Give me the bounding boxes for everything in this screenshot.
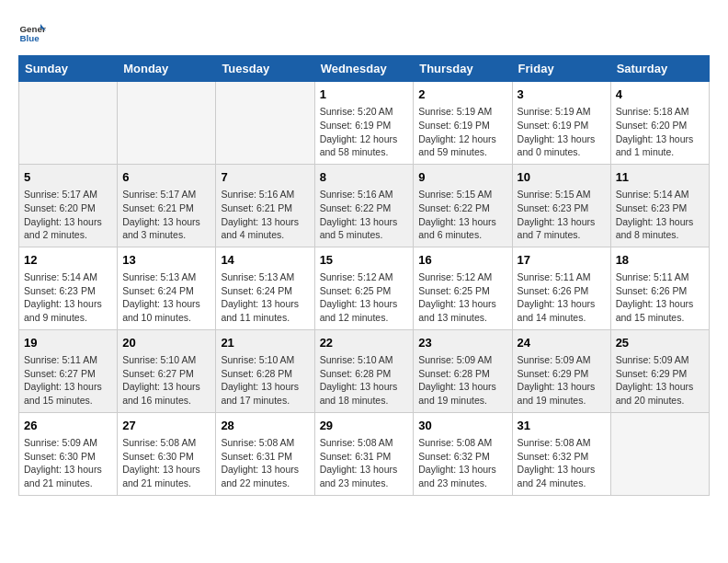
calendar-cell: 18Sunrise: 5:11 AMSunset: 6:26 PMDayligh… [610, 247, 709, 329]
day-number: 29 [320, 418, 409, 434]
day-number: 6 [122, 169, 210, 186]
page-header: General Blue [18, 18, 710, 46]
day-number: 9 [418, 169, 506, 186]
weekday-header-row: SundayMondayTuesdayWednesdayThursdayFrid… [19, 56, 710, 82]
day-info: Sunrise: 5:14 AMSunset: 6:23 PMDaylight:… [24, 270, 112, 325]
calendar-cell: 10Sunrise: 5:15 AMSunset: 6:23 PMDayligh… [512, 164, 610, 247]
day-info: Sunrise: 5:19 AMSunset: 6:19 PMDaylight:… [418, 105, 506, 159]
day-info: Sunrise: 5:14 AMSunset: 6:23 PMDaylight:… [616, 188, 704, 242]
day-info: Sunrise: 5:17 AMSunset: 6:21 PMDaylight:… [122, 188, 210, 242]
day-number: 31 [518, 418, 606, 434]
calendar-cell: 1Sunrise: 5:20 AMSunset: 6:19 PMDaylight… [314, 82, 414, 165]
day-number: 8 [320, 169, 409, 186]
day-number: 2 [418, 86, 506, 103]
day-number: 10 [518, 169, 606, 186]
day-info: Sunrise: 5:16 AMSunset: 6:22 PMDaylight:… [320, 188, 409, 242]
calendar-week-row: 5Sunrise: 5:17 AMSunset: 6:20 PMDaylight… [19, 164, 710, 247]
calendar-cell [19, 82, 118, 165]
day-info: Sunrise: 5:10 AMSunset: 6:28 PMDaylight:… [320, 353, 409, 408]
day-number: 18 [616, 252, 704, 269]
day-info: Sunrise: 5:17 AMSunset: 6:20 PMDaylight:… [24, 188, 112, 242]
day-info: Sunrise: 5:15 AMSunset: 6:22 PMDaylight:… [418, 188, 506, 242]
day-info: Sunrise: 5:11 AMSunset: 6:27 PMDaylight:… [24, 353, 112, 408]
day-info: Sunrise: 5:10 AMSunset: 6:28 PMDaylight:… [221, 353, 309, 408]
weekday-header-friday: Friday [512, 56, 610, 82]
calendar-cell [216, 82, 314, 165]
calendar-cell: 2Sunrise: 5:19 AMSunset: 6:19 PMDaylight… [414, 82, 512, 165]
day-info: Sunrise: 5:09 AMSunset: 6:30 PMDaylight:… [24, 436, 112, 490]
day-number: 25 [616, 335, 704, 351]
calendar-cell [610, 412, 709, 495]
day-info: Sunrise: 5:18 AMSunset: 6:20 PMDaylight:… [616, 105, 704, 159]
day-number: 1 [320, 86, 409, 103]
day-number: 30 [418, 418, 506, 434]
calendar-cell: 13Sunrise: 5:13 AMSunset: 6:24 PMDayligh… [118, 247, 216, 329]
calendar-cell: 19Sunrise: 5:11 AMSunset: 6:27 PMDayligh… [19, 329, 118, 412]
day-number: 4 [616, 86, 704, 103]
day-number: 27 [122, 418, 210, 434]
day-number: 12 [24, 252, 112, 269]
calendar-cell: 30Sunrise: 5:08 AMSunset: 6:32 PMDayligh… [414, 412, 512, 495]
day-number: 20 [122, 335, 210, 351]
calendar-cell: 11Sunrise: 5:14 AMSunset: 6:23 PMDayligh… [610, 164, 709, 247]
calendar-cell: 24Sunrise: 5:09 AMSunset: 6:29 PMDayligh… [512, 329, 610, 412]
day-number: 19 [24, 335, 112, 351]
calendar-cell: 6Sunrise: 5:17 AMSunset: 6:21 PMDaylight… [118, 164, 216, 247]
day-info: Sunrise: 5:08 AMSunset: 6:32 PMDaylight:… [418, 436, 506, 490]
calendar-week-row: 1Sunrise: 5:20 AMSunset: 6:19 PMDaylight… [19, 82, 710, 165]
calendar-cell: 5Sunrise: 5:17 AMSunset: 6:20 PMDaylight… [19, 164, 118, 247]
calendar-cell: 14Sunrise: 5:13 AMSunset: 6:24 PMDayligh… [216, 247, 314, 329]
day-number: 14 [221, 252, 309, 269]
day-number: 3 [518, 86, 606, 103]
logo-icon: General Blue [18, 18, 46, 46]
weekday-header-wednesday: Wednesday [314, 56, 414, 82]
calendar-week-row: 19Sunrise: 5:11 AMSunset: 6:27 PMDayligh… [19, 329, 710, 412]
calendar-cell: 3Sunrise: 5:19 AMSunset: 6:19 PMDaylight… [512, 82, 610, 165]
calendar-cell: 22Sunrise: 5:10 AMSunset: 6:28 PMDayligh… [314, 329, 414, 412]
day-info: Sunrise: 5:08 AMSunset: 6:32 PMDaylight:… [518, 436, 606, 490]
day-info: Sunrise: 5:09 AMSunset: 6:29 PMDaylight:… [616, 353, 704, 408]
day-number: 26 [24, 418, 112, 434]
day-info: Sunrise: 5:11 AMSunset: 6:26 PMDaylight:… [518, 270, 606, 325]
day-number: 15 [320, 252, 409, 269]
weekday-header-tuesday: Tuesday [216, 56, 314, 82]
day-info: Sunrise: 5:10 AMSunset: 6:27 PMDaylight:… [122, 353, 210, 408]
day-info: Sunrise: 5:12 AMSunset: 6:25 PMDaylight:… [320, 270, 409, 325]
weekday-header-monday: Monday [118, 56, 216, 82]
day-number: 23 [418, 335, 506, 351]
day-info: Sunrise: 5:13 AMSunset: 6:24 PMDaylight:… [221, 270, 309, 325]
day-number: 24 [518, 335, 606, 351]
calendar-cell: 15Sunrise: 5:12 AMSunset: 6:25 PMDayligh… [314, 247, 414, 329]
calendar-cell [118, 82, 216, 165]
day-info: Sunrise: 5:08 AMSunset: 6:31 PMDaylight:… [320, 436, 409, 490]
day-number: 11 [616, 169, 704, 186]
calendar-cell: 26Sunrise: 5:09 AMSunset: 6:30 PMDayligh… [19, 412, 118, 495]
calendar-cell: 9Sunrise: 5:15 AMSunset: 6:22 PMDaylight… [414, 164, 512, 247]
day-number: 16 [418, 252, 506, 269]
calendar-cell: 21Sunrise: 5:10 AMSunset: 6:28 PMDayligh… [216, 329, 314, 412]
day-number: 5 [24, 169, 112, 186]
day-number: 28 [221, 418, 309, 434]
calendar-cell: 16Sunrise: 5:12 AMSunset: 6:25 PMDayligh… [414, 247, 512, 329]
day-info: Sunrise: 5:11 AMSunset: 6:26 PMDaylight:… [616, 270, 704, 325]
day-info: Sunrise: 5:08 AMSunset: 6:31 PMDaylight:… [221, 436, 309, 490]
logo: General Blue [18, 18, 50, 46]
calendar-cell: 25Sunrise: 5:09 AMSunset: 6:29 PMDayligh… [610, 329, 709, 412]
weekday-header-sunday: Sunday [19, 56, 118, 82]
day-number: 21 [221, 335, 309, 351]
day-number: 7 [221, 169, 309, 186]
weekday-header-thursday: Thursday [414, 56, 512, 82]
day-number: 13 [122, 252, 210, 269]
calendar-table: SundayMondayTuesdayWednesdayThursdayFrid… [18, 55, 710, 496]
calendar-cell: 28Sunrise: 5:08 AMSunset: 6:31 PMDayligh… [216, 412, 314, 495]
day-info: Sunrise: 5:19 AMSunset: 6:19 PMDaylight:… [518, 105, 606, 159]
svg-text:Blue: Blue [20, 33, 40, 43]
day-info: Sunrise: 5:08 AMSunset: 6:30 PMDaylight:… [122, 436, 210, 490]
calendar-cell: 23Sunrise: 5:09 AMSunset: 6:28 PMDayligh… [414, 329, 512, 412]
calendar-cell: 12Sunrise: 5:14 AMSunset: 6:23 PMDayligh… [19, 247, 118, 329]
calendar-week-row: 26Sunrise: 5:09 AMSunset: 6:30 PMDayligh… [19, 412, 710, 495]
calendar-cell: 8Sunrise: 5:16 AMSunset: 6:22 PMDaylight… [314, 164, 414, 247]
calendar-cell: 20Sunrise: 5:10 AMSunset: 6:27 PMDayligh… [118, 329, 216, 412]
calendar-cell: 31Sunrise: 5:08 AMSunset: 6:32 PMDayligh… [512, 412, 610, 495]
calendar-cell: 4Sunrise: 5:18 AMSunset: 6:20 PMDaylight… [610, 82, 709, 165]
